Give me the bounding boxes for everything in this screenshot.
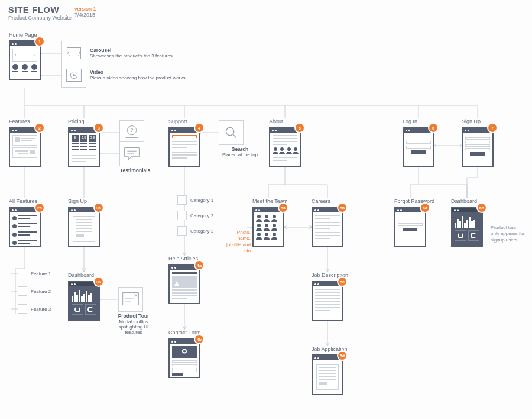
page-badge: 5d (338, 352, 346, 360)
anno-product-tour-label: Product TourModal tooltips spotlighting … (116, 313, 151, 335)
page-about: About 5 (269, 118, 301, 167)
page-label: Help Articles (168, 256, 200, 262)
category-item: Category 2 (177, 211, 213, 220)
page-badge: 5 (296, 124, 304, 132)
page-label: All Features (9, 198, 41, 205)
page-label: Careers (312, 198, 343, 205)
svg-point-49 (226, 127, 233, 135)
page-dashboard-3b: Dashboard 3b (68, 272, 100, 321)
page-badge: 3b (95, 278, 103, 286)
feature-item: Feature 1 (18, 269, 51, 278)
page-home: Home Page 1 ‹› (9, 32, 41, 80)
page-badge: 2a (35, 204, 44, 212)
feature-item: Feature 3 (18, 304, 51, 314)
page-contact-form: Contact Form 4b (168, 330, 200, 378)
page-label: Forgot Password (394, 198, 426, 205)
anno-carousel-card (61, 41, 86, 66)
page-label: Job Application (312, 346, 343, 353)
svg-rect-39 (67, 47, 81, 59)
svg-text:?: ? (130, 127, 133, 133)
page-badge: 3a (95, 204, 103, 212)
page-job-description: Job Description 5c (312, 272, 343, 321)
page-label: Job Description (312, 272, 343, 279)
page-badge: 2 (35, 124, 44, 132)
doc-subtitle: Product Company Website (8, 15, 72, 21)
page-label: About (269, 118, 301, 125)
page-pricing: Pricing 3 9 19 39 (68, 118, 100, 167)
category-item: Category 1 (177, 195, 213, 205)
page-label: Dashboard (68, 272, 100, 279)
page-label: Support (168, 118, 200, 125)
feature-item: Feature 2 (18, 286, 51, 296)
anno-video-card (61, 63, 86, 88)
anno-testi-label: Testimonials (120, 167, 150, 173)
doc-title: SITE FLOW (8, 5, 72, 15)
page-dashboard-6b: Dashboard 6b (451, 198, 483, 247)
page-label: Features (9, 118, 41, 125)
page-badge: 3 (95, 124, 103, 132)
pricing-tier: 39 (89, 135, 96, 142)
page-label: Log In (403, 118, 434, 125)
page-badge: 5a (279, 204, 287, 212)
category-item: Category 3 (177, 226, 213, 236)
page-label: Pricing (68, 118, 100, 125)
page-login: Log In 6 (403, 118, 434, 167)
page-badge: 4 (195, 124, 203, 132)
page-thumb: ‹› (9, 40, 41, 80)
page-support: Support 4 (168, 118, 200, 167)
page-badge: 6 (429, 124, 437, 132)
page-careers: Careers 5b (312, 198, 343, 247)
pricing-tier: 9 (72, 135, 79, 142)
page-help-articles: Help Articles 4a (168, 256, 200, 304)
page-job-application: Job Application 5d (312, 346, 343, 395)
page-label: Meet the Team (252, 198, 284, 205)
page-badge: 1 (35, 37, 44, 46)
anno-search-card (219, 120, 244, 145)
page-all-features: All Features 2a (9, 198, 41, 247)
page-badge: 6a (421, 204, 429, 212)
anno-carousel-label: CarouselShowcases the product's top 3 fe… (90, 47, 173, 59)
note-dashboard-6b: Product tour only appears for signup use… (491, 225, 526, 243)
page-badge: 5b (338, 204, 346, 212)
anno-video-label: VideoPlays a video showing how the produ… (90, 69, 185, 80)
page-label: Dashboard (451, 198, 483, 205)
page-forgot-password: Forgot Password 6a (394, 198, 426, 247)
page-meet-team: Meet the Team 5a (252, 198, 284, 247)
page-signup-7: Sign Up 7 (462, 118, 494, 167)
note-team: Photo, name, job title and bio (225, 230, 251, 254)
anno-search-label: SearchPlaced at the top (222, 146, 258, 157)
page-badge: 7 (488, 124, 497, 132)
page-label: Sign Up (462, 118, 494, 125)
page-label: Contact Form (168, 330, 200, 336)
svg-line-50 (233, 134, 236, 138)
page-badge: 4b (195, 335, 203, 343)
page-label: Sign Up (68, 198, 100, 205)
anno-testi (119, 141, 144, 166)
doc-date: 7/4/2015 (74, 12, 96, 18)
pricing-tier: 19 (80, 135, 88, 142)
page-badge: 6b (478, 204, 486, 212)
page-badge: 4a (195, 261, 203, 269)
anno-product-tour-card (118, 287, 143, 312)
doc-version: version 1 (74, 6, 96, 12)
page-label: Home Page (9, 32, 41, 38)
svg-marker-42 (73, 73, 76, 77)
page-features: Features 2 (9, 118, 41, 167)
page-signup-3a: Sign Up 3a (68, 198, 100, 247)
header-divider (70, 5, 70, 20)
page-badge: 5c (338, 278, 346, 286)
